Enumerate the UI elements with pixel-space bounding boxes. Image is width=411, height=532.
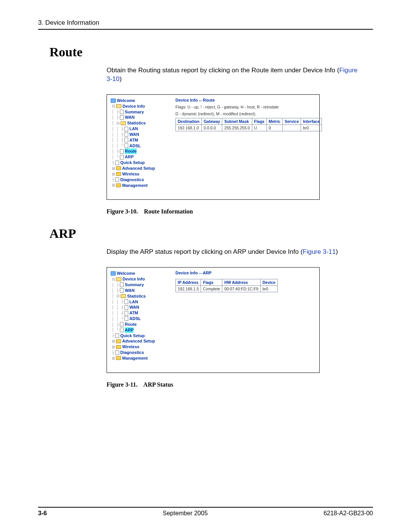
arp-table: IP Address Flags HW Address Device 192.1… (175, 279, 278, 292)
page-icon (124, 132, 128, 137)
nav-atm[interactable]: ATM (129, 310, 138, 316)
route-td-subnet: 255.255.255.0 (222, 125, 252, 131)
nav-device-info[interactable]: Device Info (123, 276, 145, 282)
caption-figure-3-11: Figure 3-11. ARP Status (107, 381, 373, 388)
arp-pane-title: Device Info -- ARP (175, 271, 278, 275)
route-para-post: ) (119, 75, 122, 83)
arp-td-device: br0 (260, 286, 277, 292)
arp-td-hw: 00:07:40:FD:1C:F9 (222, 286, 260, 292)
table-row: 192.168.1.0 0.0.0.0 255.255.255.0 U 0 br… (176, 125, 322, 131)
folder-icon (116, 345, 121, 349)
nav-wan2[interactable]: WAN (129, 304, 139, 310)
arp-th-ip: IP Address (176, 279, 201, 286)
nav-adsl[interactable]: ADSL (129, 316, 141, 322)
page-icon (115, 177, 119, 182)
nav-statistics[interactable]: Statistics (127, 120, 146, 126)
route-para-pre: Obtain the Routing status report by clic… (107, 67, 339, 74)
route-td-metric: 0 (266, 125, 282, 131)
folder-open-icon (121, 294, 126, 298)
route-th-destination: Destination (176, 118, 202, 125)
nav-adsl[interactable]: ADSL (129, 143, 141, 149)
nav-arp[interactable]: ARP (125, 154, 134, 160)
footer-date: September 2005 (162, 510, 207, 517)
nav-summary[interactable]: Summary (125, 282, 144, 288)
nav-wan[interactable]: WAN (125, 288, 135, 293)
nav-lan[interactable]: LAN (129, 126, 138, 132)
page-footer: 3-6 September 2005 6218-A2-GB23-00 (38, 504, 373, 517)
welcome-icon (111, 99, 116, 103)
page-header-chapter: 3. Device Information (38, 19, 373, 27)
nav-welcome[interactable]: Welcome (117, 98, 135, 104)
page-icon (115, 333, 119, 338)
page-icon (124, 127, 128, 131)
page-icon (124, 143, 128, 148)
folder-icon (116, 172, 121, 176)
nav-route[interactable]: Route (125, 322, 137, 327)
nav-advanced-setup[interactable]: Advanced Setup (122, 338, 155, 344)
heading-route: Route (49, 45, 373, 59)
route-td-gateway: 0.0.0.0 (202, 125, 222, 131)
nav-summary[interactable]: Summary (125, 109, 144, 115)
arp-th-flags: Flags (201, 279, 222, 286)
nav-arp-active[interactable]: ARP (125, 327, 134, 333)
route-table: Destination Gateway Subnet Mask Flags Me… (175, 118, 322, 131)
arp-para-post: ) (336, 248, 338, 255)
page-icon (120, 149, 124, 154)
route-th-interface: Interface (301, 118, 322, 125)
route-flags-line2: D - dynamic (redirect), M - modified (re… (175, 111, 322, 117)
link-figure-3-11[interactable]: Figure 3-11 (303, 248, 336, 255)
folder-icon (116, 356, 121, 360)
nav-management[interactable]: Management (122, 355, 148, 361)
nav-quick-setup[interactable]: Quick Setup (120, 333, 145, 339)
page-icon (120, 328, 124, 332)
nav-route-active[interactable]: Route (125, 148, 137, 154)
page-icon (120, 282, 124, 287)
nav-wan2[interactable]: WAN (129, 132, 139, 137)
nav-statistics[interactable]: Statistics (127, 293, 146, 299)
arp-content-pane: Device Info -- ARP IP Address Flags HW A… (175, 271, 278, 292)
nav-advanced-setup[interactable]: Advanced Setup (122, 166, 155, 171)
route-th-subnet: Subnet Mask (222, 118, 252, 125)
folder-icon (116, 339, 121, 343)
nav-welcome[interactable]: Welcome (117, 271, 135, 276)
nav-device-info[interactable]: Device Info (123, 104, 145, 109)
page-icon (120, 322, 124, 327)
route-td-destination: 192.168.1.0 (176, 125, 202, 131)
arp-th-device: Device (260, 279, 277, 286)
nav-diagnostics[interactable]: Diagnostics (120, 177, 144, 183)
nav-quick-setup[interactable]: Quick Setup (120, 160, 145, 166)
header-rule (38, 29, 373, 30)
nav-tree-arp: Welcome ⊟Device Info │├Summary │├WAN │⊟S… (111, 271, 168, 361)
route-th-flags: Flags (252, 118, 266, 125)
route-td-interface: br0 (301, 125, 322, 131)
nav-lan[interactable]: LAN (129, 299, 138, 305)
arp-th-hw: HW Address (222, 279, 260, 286)
nav-management[interactable]: Management (122, 183, 148, 188)
caption-figure-3-10: Figure 3-10. Route Information (107, 208, 373, 215)
page-icon (115, 161, 119, 165)
folder-icon (116, 183, 121, 187)
route-th-metric: Metric (266, 118, 282, 125)
route-td-flags: U (252, 125, 266, 131)
page-icon (115, 350, 119, 355)
page-icon (124, 305, 128, 310)
nav-wireless[interactable]: Wireless (122, 344, 139, 350)
page-icon (124, 311, 128, 315)
arp-paragraph: Display the ARP status report by clickin… (107, 248, 358, 256)
route-paragraph: Obtain the Routing status report by clic… (107, 66, 358, 84)
route-th-service: Service (282, 118, 301, 125)
page-icon (120, 155, 124, 159)
nav-wan[interactable]: WAN (125, 115, 135, 120)
page-icon (124, 138, 128, 142)
page-icon (124, 299, 128, 304)
nav-wireless[interactable]: Wireless (122, 171, 139, 177)
arp-td-ip: 192.168.1.5 (176, 286, 201, 292)
footer-rule (38, 507, 373, 508)
footer-doc-id: 6218-A2-GB23-00 (323, 510, 373, 517)
figure-3-10-box: Welcome ⊟Device Info │├Summary │├WAN │⊟S… (107, 94, 320, 200)
nav-atm[interactable]: ATM (129, 137, 138, 143)
arp-td-flags: Complete (201, 286, 222, 292)
page-icon (120, 115, 124, 120)
nav-diagnostics[interactable]: Diagnostics (120, 350, 144, 355)
folder-open-icon (121, 121, 126, 125)
